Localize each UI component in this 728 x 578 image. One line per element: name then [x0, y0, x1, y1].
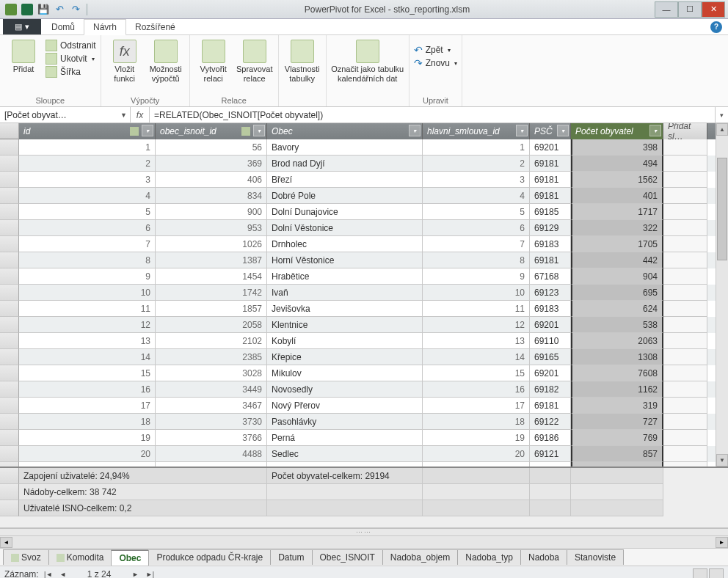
add-column-button[interactable]: Přidat [4, 37, 43, 74]
cell-pocet-obyvatel[interactable]: 1562 [571, 172, 663, 188]
cell-pocet-obyvatel[interactable]: 1162 [571, 381, 663, 398]
cell-hlavni-smlouva[interactable]: 6 [423, 220, 530, 236]
cell-obec[interactable]: Perná [267, 430, 423, 446]
cell-id[interactable]: 9 [19, 268, 156, 285]
tab-obec[interactable]: Obec [111, 549, 149, 566]
tab-nadoba-typ[interactable]: Nadoba_typ [457, 549, 521, 565]
row-header[interactable] [0, 430, 19, 446]
cell-id[interactable]: 1 [19, 139, 156, 156]
cell-psc[interactable]: 69110 [530, 333, 571, 349]
cell-id[interactable]: 11 [19, 301, 156, 317]
row-header[interactable] [0, 268, 19, 285]
tab-stanoviste[interactable]: Stanoviste [567, 549, 624, 565]
cell-isnoit-id[interactable]: 1454 [156, 268, 267, 285]
cell-id[interactable]: 8 [19, 252, 156, 268]
cell-psc[interactable]: 69183 [530, 236, 571, 252]
table-row[interactable]: 111857Jevišovka1169183624 [0, 301, 716, 317]
cell-obec[interactable]: Dobré Pole [267, 188, 423, 204]
prev-record-button[interactable]: ◄ [58, 569, 68, 579]
cell-isnoit-id[interactable]: 3766 [156, 430, 267, 446]
cell-psc[interactable]: 67168 [530, 268, 571, 285]
create-relation-button[interactable]: Vytvořit relaci [194, 37, 233, 84]
fx-button[interactable]: fx [131, 107, 150, 122]
table-row[interactable]: 71026Drnholec7691831705 [0, 236, 716, 252]
table-row[interactable]: 204488Sedlec2069121857 [0, 446, 716, 462]
header-pocet-obyvatel[interactable]: Počet obyvatel▾ [571, 123, 663, 139]
cell-add[interactable] [663, 236, 707, 252]
row-header[interactable] [0, 414, 19, 430]
cell-isnoit-id[interactable]: 4488 [156, 446, 267, 462]
cell-hlavni-smlouva[interactable]: 7 [423, 236, 530, 252]
cell-pocet-obyvatel[interactable]: 7608 [571, 365, 663, 381]
cell-id[interactable]: 7 [19, 236, 156, 252]
cell-pocet-obyvatel[interactable]: 805 [571, 462, 663, 467]
cell-psc[interactable]: 69181 [530, 156, 571, 172]
cell-obec[interactable]: Novosedly [267, 381, 423, 398]
scroll-up-icon[interactable]: ▲ [716, 123, 728, 136]
cell-add[interactable] [663, 381, 707, 398]
cell-add[interactable] [663, 301, 707, 317]
cell-hlavni-smlouva[interactable]: 12 [423, 317, 530, 333]
cell-pocet-obyvatel[interactable]: 769 [571, 430, 663, 446]
cell-hlavni-smlouva[interactable]: 2 [423, 156, 530, 172]
cell-isnoit-id[interactable]: 3467 [156, 398, 267, 414]
cell-hlavni-smlouva[interactable]: 4 [423, 188, 530, 204]
calc-options-button[interactable]: Možnosti výpočtů [147, 37, 185, 84]
cell-id[interactable]: 15 [19, 365, 156, 381]
cell-add[interactable] [663, 172, 707, 188]
filter-icon[interactable]: ▾ [142, 125, 153, 136]
cell-isnoit-id[interactable]: 4824 [156, 462, 267, 467]
horizontal-scrollbar[interactable]: ◄ ► [0, 535, 728, 548]
row-header[interactable] [0, 381, 19, 398]
header-psc[interactable]: PSČ▾ [530, 123, 571, 139]
filter-icon[interactable]: ▾ [253, 125, 265, 136]
minimize-button[interactable]: — [655, 1, 678, 18]
scroll-down-icon[interactable]: ▼ [716, 454, 728, 467]
cell-isnoit-id[interactable]: 1026 [156, 236, 267, 252]
formula-input[interactable]: =RELATED(Obec_ISNOIT[Počet obyvatel]) [150, 107, 715, 122]
cell-add[interactable] [663, 462, 707, 467]
cell-obec[interactable]: Hrabětice [267, 268, 423, 285]
cell-pocet-obyvatel[interactable]: 1717 [571, 204, 663, 220]
cell-isnoit-id[interactable]: 2385 [156, 349, 267, 365]
cell-obec[interactable]: Dolní Věstonice [267, 220, 423, 236]
cell-hlavni-smlouva[interactable]: 5 [423, 204, 530, 220]
row-header[interactable] [0, 333, 19, 349]
cell-id[interactable]: 13 [19, 333, 156, 349]
scroll-left-icon[interactable]: ◄ [0, 537, 12, 548]
filter-icon[interactable]: ▾ [409, 125, 421, 136]
cell-pocet-obyvatel[interactable]: 494 [571, 156, 663, 172]
row-header[interactable] [0, 349, 19, 365]
insert-function-button[interactable]: fx Vložit funkci [106, 37, 144, 84]
table-row[interactable]: 153028Mikulov15692017608 [0, 365, 716, 381]
select-all-corner[interactable] [0, 123, 19, 139]
cell-isnoit-id[interactable]: 900 [156, 204, 267, 220]
cell-isnoit-id[interactable]: 3028 [156, 365, 267, 381]
qat-redo-icon[interactable]: ↷ [69, 3, 82, 16]
cell-hlavni-smlouva[interactable]: 10 [423, 285, 530, 301]
cell-isnoit-id[interactable]: 2058 [156, 317, 267, 333]
width-column-button[interactable]: Šířka [46, 66, 96, 78]
last-record-button[interactable]: ►| [145, 569, 155, 579]
cell-pocet-obyvatel[interactable]: 2063 [571, 333, 663, 349]
row-header[interactable] [0, 236, 19, 252]
cell-add[interactable] [663, 268, 707, 285]
cell-pocet-obyvatel[interactable]: 538 [571, 317, 663, 333]
filter-icon[interactable]: ▾ [516, 125, 528, 136]
cell-hlavni-smlouva[interactable]: 1 [423, 139, 530, 156]
row-header[interactable] [0, 204, 19, 220]
diagram-view-button[interactable] [709, 568, 724, 579]
cell-obec[interactable]: Jevišovka [267, 301, 423, 317]
row-header[interactable] [0, 220, 19, 236]
cell-pocet-obyvatel[interactable]: 322 [571, 220, 663, 236]
tab-datum[interactable]: Datum [270, 549, 312, 565]
cell-hlavni-smlouva[interactable]: 21 [423, 462, 530, 467]
tab-design[interactable]: Návrh [84, 19, 126, 35]
cell-psc[interactable]: 69181 [530, 252, 571, 268]
filter-icon[interactable]: ▾ [649, 125, 661, 136]
measure-pocet-obyvatel[interactable]: Počet obyvatel-celkem: 29194 [267, 468, 423, 484]
row-header[interactable] [0, 398, 19, 414]
cell-id[interactable]: 20 [19, 446, 156, 462]
row-header[interactable] [0, 317, 19, 333]
cell-add[interactable] [663, 317, 707, 333]
